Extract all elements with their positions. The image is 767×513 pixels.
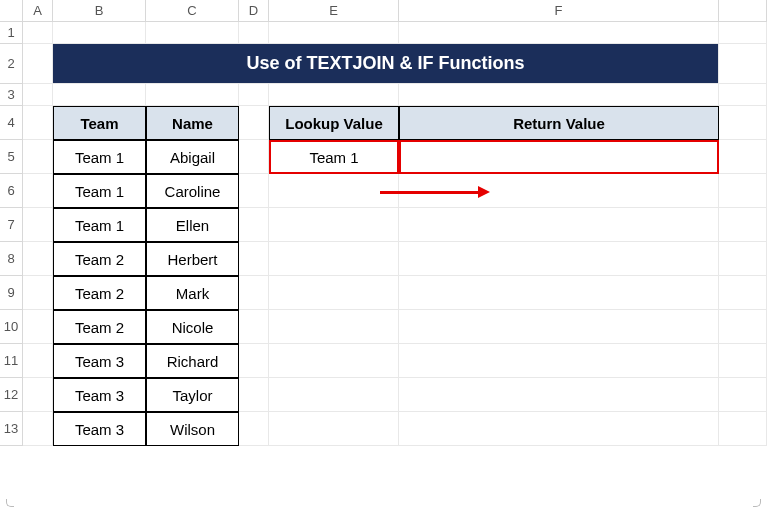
cell-E1[interactable] [269,22,399,44]
cell-D12[interactable] [239,378,269,412]
row-header-5[interactable]: 5 [0,140,23,174]
cell-E10[interactable] [269,310,399,344]
cell-team-2[interactable]: Team 1 [53,208,146,242]
cell-tail1[interactable] [719,22,767,44]
cell-D3[interactable] [239,84,269,106]
cell-A10[interactable] [23,310,53,344]
cell-D7[interactable] [239,208,269,242]
cell-team-7[interactable]: Team 3 [53,378,146,412]
cell-team-3[interactable]: Team 2 [53,242,146,276]
row-header-1[interactable]: 1 [0,22,23,44]
cell-F13[interactable] [399,412,719,446]
row-header-2[interactable]: 2 [0,44,23,84]
col-header-B[interactable]: B [53,0,146,22]
cell-D8[interactable] [239,242,269,276]
row-header-9[interactable]: 9 [0,276,23,310]
cell-F9[interactable] [399,276,719,310]
col-header-A[interactable]: A [23,0,53,22]
cell-A13[interactable] [23,412,53,446]
cell-D13[interactable] [239,412,269,446]
col-header-D[interactable]: D [239,0,269,22]
cell-tail5[interactable] [719,140,767,174]
cell-F7[interactable] [399,208,719,242]
cell-A11[interactable] [23,344,53,378]
cell-D1[interactable] [239,22,269,44]
cell-E13[interactable] [269,412,399,446]
cell-D11[interactable] [239,344,269,378]
cell-C3[interactable] [146,84,239,106]
col-header-C[interactable]: C [146,0,239,22]
cell-tail3[interactable] [719,84,767,106]
cell-tail8[interactable] [719,242,767,276]
cell-team-5[interactable]: Team 2 [53,310,146,344]
cell-D10[interactable] [239,310,269,344]
cell-name-7[interactable]: Taylor [146,378,239,412]
cell-tail13[interactable] [719,412,767,446]
cell-name-5[interactable]: Nicole [146,310,239,344]
cell-A2[interactable] [23,44,53,84]
row-header-12[interactable]: 12 [0,378,23,412]
cell-E6[interactable] [269,174,399,208]
cell-E12[interactable] [269,378,399,412]
cell-F6[interactable] [399,174,719,208]
cell-E9[interactable] [269,276,399,310]
cell-A3[interactable] [23,84,53,106]
cell-name-8[interactable]: Wilson [146,412,239,446]
cell-tail6[interactable] [719,174,767,208]
cell-name-2[interactable]: Ellen [146,208,239,242]
cell-name-4[interactable]: Mark [146,276,239,310]
cell-F12[interactable] [399,378,719,412]
col-header-E[interactable]: E [269,0,399,22]
cell-C1[interactable] [146,22,239,44]
cell-name-3[interactable]: Herbert [146,242,239,276]
cell-A4[interactable] [23,106,53,140]
cell-tail2[interactable] [719,44,767,84]
row-header-13[interactable]: 13 [0,412,23,446]
cell-E8[interactable] [269,242,399,276]
col-header-F[interactable]: F [399,0,719,22]
cell-B1[interactable] [53,22,146,44]
cell-tail12[interactable] [719,378,767,412]
select-all-corner[interactable] [0,0,23,22]
cell-team-0[interactable]: Team 1 [53,140,146,174]
cell-name-1[interactable]: Caroline [146,174,239,208]
cell-D4[interactable] [239,106,269,140]
cell-D9[interactable] [239,276,269,310]
cell-F11[interactable] [399,344,719,378]
cell-F10[interactable] [399,310,719,344]
cell-team-8[interactable]: Team 3 [53,412,146,446]
cell-A7[interactable] [23,208,53,242]
cell-name-6[interactable]: Richard [146,344,239,378]
row-header-4[interactable]: 4 [0,106,23,140]
cell-E11[interactable] [269,344,399,378]
cell-D6[interactable] [239,174,269,208]
cell-E7[interactable] [269,208,399,242]
cell-A9[interactable] [23,276,53,310]
row-header-3[interactable]: 3 [0,84,23,106]
cell-team-1[interactable]: Team 1 [53,174,146,208]
cell-A5[interactable] [23,140,53,174]
cell-tail11[interactable] [719,344,767,378]
cell-E3[interactable] [269,84,399,106]
cell-tail9[interactable] [719,276,767,310]
row-header-6[interactable]: 6 [0,174,23,208]
cell-tail7[interactable] [719,208,767,242]
cell-A12[interactable] [23,378,53,412]
cell-F1[interactable] [399,22,719,44]
cell-tail10[interactable] [719,310,767,344]
cell-team-6[interactable]: Team 3 [53,344,146,378]
cell-B3[interactable] [53,84,146,106]
row-header-7[interactable]: 7 [0,208,23,242]
lookup-value-cell[interactable]: Team 1 [269,140,399,174]
row-header-10[interactable]: 10 [0,310,23,344]
return-value-cell[interactable] [399,140,719,174]
cell-F8[interactable] [399,242,719,276]
cell-A6[interactable] [23,174,53,208]
cell-tail4[interactable] [719,106,767,140]
cell-team-4[interactable]: Team 2 [53,276,146,310]
cell-A8[interactable] [23,242,53,276]
cell-D5[interactable] [239,140,269,174]
row-header-8[interactable]: 8 [0,242,23,276]
cell-name-0[interactable]: Abigail [146,140,239,174]
cell-F3[interactable] [399,84,719,106]
